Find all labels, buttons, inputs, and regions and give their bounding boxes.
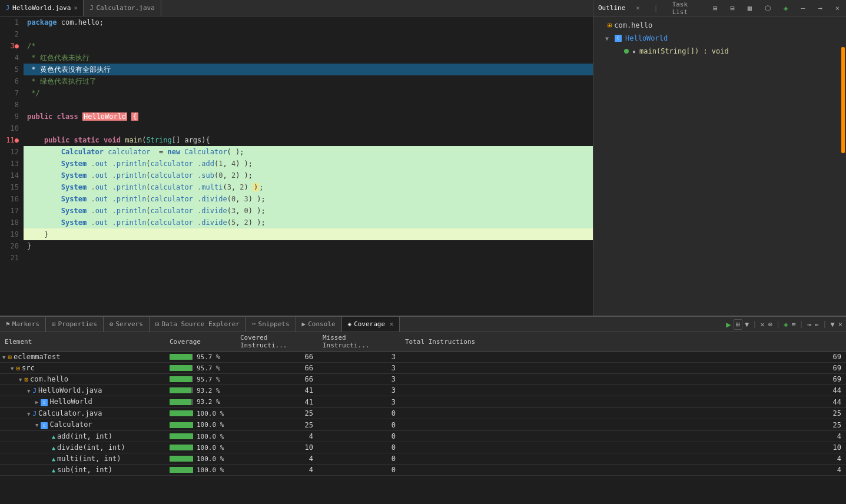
coverage-bar-bg <box>170 365 193 371</box>
coverage-pct: 95.7 % <box>197 364 220 372</box>
java-file-icon: J <box>32 387 37 394</box>
outline-toolbar-icon7[interactable]: → <box>817 4 824 12</box>
editor-area: J HelloWorld.java × J Calculator.java 1 … <box>0 0 846 316</box>
coverage-pct: 100.0 % <box>197 421 224 429</box>
tab-console[interactable]: ▶ Console <box>296 317 342 331</box>
table-row: ▼⊠com.hello 95.7 % 66369 <box>0 374 846 385</box>
col-covered: Covered Instructi... <box>235 332 318 352</box>
outline-tab-outline[interactable]: Outline <box>598 4 625 12</box>
outline-tab-tasklist[interactable]: Task List <box>672 1 693 16</box>
coverage-icon: ◈ <box>348 320 352 328</box>
coverage-bar-cell: 95.7 % <box>170 353 231 361</box>
code-line-18: System .out .println(calculator .divide(… <box>24 217 593 228</box>
missed-cell: 0 <box>318 408 400 419</box>
coverage-toolbar-icon6[interactable]: ◈ <box>782 320 789 329</box>
outline-toolbar-icon8[interactable]: × <box>834 4 841 12</box>
table-row: ▲add(int, int) 100.0 % 404 <box>0 431 846 442</box>
line-numbers: 1 2 3● 4 5 6 7 8 9 10 11● 12 13 14 15 16… <box>0 16 24 316</box>
outline-item-comhello[interactable]: ⊞ com.hello <box>593 19 846 32</box>
code-editor[interactable]: 1 2 3● 4 5 6 7 8 9 10 11● 12 13 14 15 16… <box>0 16 593 316</box>
tab-properties[interactable]: ⊞ Properties <box>46 317 104 331</box>
outline-toolbar-icon1[interactable]: ⊞ <box>711 4 719 12</box>
outline-toolbar-icon3[interactable]: ▦ <box>746 4 754 12</box>
method-icon: ▲ <box>52 445 55 451</box>
outline-item-main[interactable]: ▪ main(String[]) : void <box>593 45 846 58</box>
tab-calculator[interactable]: J Calculator.java <box>84 0 161 16</box>
coverage-toolbar-icon7[interactable]: ≡ <box>790 320 797 329</box>
outline-tab-bar: Outline × | Task List ⊞ ⊟ ▦ ⬡ ◈ — → × <box>593 0 846 16</box>
editor-pane: J HelloWorld.java × J Calculator.java 1 … <box>0 0 593 316</box>
table-row: ▼⊞src 95.7 % 66369 <box>0 363 846 374</box>
code-line-19: } <box>24 228 593 240</box>
method-icon: ▲ <box>52 433 55 440</box>
total-cell: 44 <box>400 385 846 396</box>
table-row: ▶CHelloWorld 93.2 % 41344 <box>0 396 846 408</box>
method-icon: ▲ <box>52 456 55 462</box>
outline-toolbar-icon4[interactable]: ⬡ <box>763 4 772 12</box>
outline-comhello-label: com.hello <box>614 21 652 29</box>
missed-cell: 0 <box>318 453 400 465</box>
method-icon: ▪ <box>632 48 636 55</box>
coverage-pct: 100.0 % <box>197 466 224 474</box>
coverage-toolbar-icon3[interactable]: ▼ <box>744 320 750 329</box>
code-line-14: System .out .println(calculator .sub(0, … <box>24 170 593 181</box>
coverage-bar-fill <box>170 422 193 428</box>
outline-toolbar-icon2[interactable]: ⊟ <box>729 4 736 12</box>
table-row: ▲sub(int, int) 100.0 % 404 <box>0 465 846 476</box>
missed-cell: 3 <box>318 352 400 363</box>
coverage-bar-bg <box>170 399 193 405</box>
outline-item-helloworld[interactable]: ▼ C HelloWorld <box>593 32 846 45</box>
table-row: ▲multi(int, int) 100.0 % 404 <box>0 453 846 465</box>
coverage-toolbar-icon10[interactable]: ▼ <box>830 320 836 329</box>
coverage-toolbar-run[interactable]: ▶ <box>725 320 732 329</box>
coverage-toolbar-icon8[interactable]: ⇥ <box>806 320 812 329</box>
tab-helloworld[interactable]: J HelloWorld.java × <box>0 0 84 16</box>
tab-snippets-label: Snippets <box>258 320 290 328</box>
coverage-pct: 95.7 % <box>197 353 220 361</box>
coverage-data-table: Element Coverage Covered Instructi... Mi… <box>0 332 846 476</box>
col-missed: Missed Instructi... <box>318 332 400 352</box>
outline-toolbar-icon6[interactable]: — <box>799 4 807 12</box>
code-content[interactable]: package com.hello; /* * 红色代表未执行 * 黄色代表没有… <box>24 16 593 316</box>
tab-markers[interactable]: ⚑ Markers <box>0 317 46 331</box>
covered-cell: 66 <box>235 352 318 363</box>
col-coverage: Coverage <box>165 332 235 352</box>
coverage-toolbar-icon4[interactable]: ✕ <box>759 320 765 329</box>
tab-servers[interactable]: ⚙ Servers <box>104 317 150 331</box>
tab-console-label: Console <box>308 320 335 328</box>
tab-snippets[interactable]: ✂ Snippets <box>246 317 296 331</box>
tab-helloworld-close[interactable]: × <box>74 5 77 11</box>
covered-cell: 4 <box>235 453 318 465</box>
pkg-icon: ⊞ <box>8 353 12 361</box>
coverage-toolbar-icon5[interactable]: ⊗ <box>767 320 774 329</box>
total-cell: 4 <box>400 431 846 442</box>
tree-arrow[interactable]: ▼ <box>11 366 14 372</box>
coverage-bar-fill <box>170 433 193 439</box>
total-cell: 25 <box>400 419 846 431</box>
outline-tab-close[interactable]: × <box>636 5 639 11</box>
code-line-21 <box>24 252 593 264</box>
coverage-toolbar-icon9[interactable]: ⇤ <box>814 320 820 329</box>
tab-datasource[interactable]: ⊡ Data Source Explorer <box>150 317 246 331</box>
outline-toolbar-icon5[interactable]: ◈ <box>782 4 789 12</box>
tab-coverage[interactable]: ◈ Coverage × <box>342 317 400 331</box>
tree-arrow[interactable]: ▶ <box>35 399 38 405</box>
row-label: multi(int, int) <box>57 455 121 463</box>
coverage-bar-cell: 95.7 % <box>170 364 231 372</box>
tree-arrow[interactable]: ▼ <box>19 377 22 383</box>
coverage-toolbar-icon2[interactable]: ⊞ <box>734 319 742 330</box>
tree-arrow[interactable]: ▼ <box>2 354 5 360</box>
outline-pane: Outline × | Task List ⊞ ⊟ ▦ ⬡ ◈ — → × ⊞ … <box>593 0 846 316</box>
coverage-toolbar-icon11[interactable]: × <box>837 320 844 329</box>
code-line-5: * 黄色代表没有全部执行 <box>24 64 593 75</box>
coverage-bar-bg <box>170 433 193 439</box>
tree-arrow[interactable]: ▼ <box>35 422 38 428</box>
covered-cell: 25 <box>235 419 318 431</box>
code-line-4: * 红色代表未执行 <box>24 52 593 64</box>
col-total: Total Instructions <box>400 332 846 352</box>
code-line-15: System .out .println(calculator .multi(3… <box>24 181 593 193</box>
outline-main-label: main(String[]) : void <box>639 47 729 55</box>
tree-arrow[interactable]: ▼ <box>27 411 30 417</box>
tree-arrow[interactable]: ▼ <box>27 388 30 394</box>
tab-coverage-close[interactable]: × <box>390 321 393 327</box>
